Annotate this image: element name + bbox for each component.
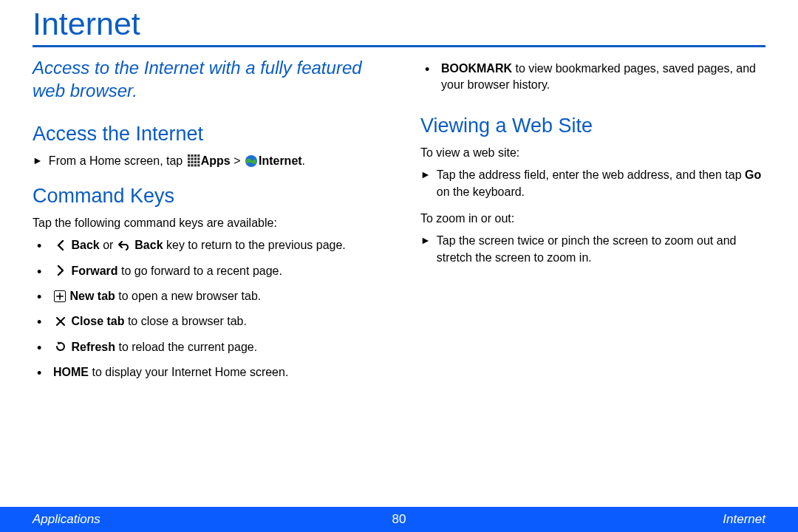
view-step-text: Tap the address field, enter the web add… xyxy=(437,167,765,200)
title-divider xyxy=(33,45,765,47)
zoom-step-text: Tap the screen twice or pinch the screen… xyxy=(437,233,765,266)
text-fragment: to display your Internet Home screen. xyxy=(89,366,288,378)
viewing-heading: Viewing a Web Site xyxy=(420,115,765,137)
intro-text: Access to the Internet with a fully feat… xyxy=(33,56,378,102)
svg-rect-5 xyxy=(191,158,193,160)
svg-rect-0 xyxy=(188,154,190,157)
text-fragment: to close a browser tab. xyxy=(124,315,246,327)
home-label: HOME xyxy=(53,366,89,378)
page-footer: Applications 80 Internet xyxy=(0,507,798,532)
back-chevron-icon xyxy=(54,239,67,252)
step-marker-icon: ► xyxy=(420,167,431,183)
internet-label: Internet xyxy=(259,154,302,167)
svg-rect-13 xyxy=(191,164,193,166)
list-item: BOOKMARK to view bookmarked pages, saved… xyxy=(420,61,765,94)
bookmark-list: BOOKMARK to view bookmarked pages, saved… xyxy=(420,61,765,94)
text-fragment: to reload the current page. xyxy=(115,341,257,353)
refresh-icon xyxy=(54,340,67,353)
text-fragment: to go forward to a recent page. xyxy=(118,265,282,277)
text-fragment: Tap the address field, enter the web add… xyxy=(437,168,745,181)
list-item: Back or Back key to return to the previo… xyxy=(33,237,378,253)
back-return-icon xyxy=(117,239,131,252)
svg-rect-7 xyxy=(197,158,200,160)
globe-icon xyxy=(245,154,258,168)
svg-rect-2 xyxy=(194,154,197,157)
bookmark-label: BOOKMARK xyxy=(441,62,512,75)
new-tab-label: New tab xyxy=(69,290,115,302)
text-fragment: or xyxy=(100,239,117,251)
svg-rect-10 xyxy=(194,161,197,163)
left-column: Access to the Internet with a fully feat… xyxy=(33,56,378,390)
right-column: BOOKMARK to view bookmarked pages, saved… xyxy=(420,56,765,390)
text-fragment: > xyxy=(231,154,244,167)
svg-rect-8 xyxy=(188,161,190,163)
svg-rect-12 xyxy=(188,164,190,166)
svg-rect-11 xyxy=(197,161,200,163)
back-label: Back xyxy=(71,239,99,251)
refresh-label: Refresh xyxy=(71,341,115,353)
command-intro: Tap the following command keys are avail… xyxy=(33,215,378,231)
new-tab-icon xyxy=(54,290,66,302)
svg-rect-1 xyxy=(191,154,193,157)
svg-rect-3 xyxy=(197,154,200,157)
svg-rect-4 xyxy=(188,158,190,160)
access-heading: Access the Internet xyxy=(33,123,378,146)
svg-rect-6 xyxy=(194,158,197,160)
apps-grid-icon xyxy=(187,154,200,168)
access-step: ► From a Home screen, tap Apps > xyxy=(33,153,378,169)
close-tab-label: Close tab xyxy=(71,315,124,327)
list-item: Forward to go forward to a recent page. xyxy=(33,263,378,279)
text-fragment: From a Home screen, tap xyxy=(49,154,186,167)
apps-label: Apps xyxy=(201,154,231,167)
text-fragment: key to return to the previous page. xyxy=(163,239,346,251)
access-step-text: From a Home screen, tap Apps > xyxy=(49,153,305,169)
list-item: New tab to open a new browser tab. xyxy=(33,288,378,304)
list-item: Refresh to reload the current page. xyxy=(33,339,378,355)
page-number: 80 xyxy=(392,512,406,527)
text-fragment: on the keyboard. xyxy=(437,185,525,198)
zoom-intro: To zoom in or out: xyxy=(420,211,765,227)
forward-chevron-icon xyxy=(54,264,67,277)
content-columns: Access to the Internet with a fully feat… xyxy=(33,56,765,390)
forward-label: Forward xyxy=(71,265,117,277)
view-step: ► Tap the address field, enter the web a… xyxy=(420,167,765,200)
go-label: Go xyxy=(745,168,761,181)
list-item: Close tab to close a browser tab. xyxy=(33,313,378,330)
svg-rect-14 xyxy=(194,164,197,166)
command-keys-heading: Command Keys xyxy=(33,185,378,208)
step-marker-icon: ► xyxy=(420,233,431,248)
view-intro: To view a web site: xyxy=(420,145,765,161)
page-title: Internet xyxy=(33,0,765,45)
zoom-step: ► Tap the screen twice or pinch the scre… xyxy=(420,233,765,266)
command-keys-list: Back or Back key to return to the previo… xyxy=(33,237,378,381)
close-tab-icon xyxy=(54,315,67,328)
list-item: HOME to display your Internet Home scree… xyxy=(33,364,378,381)
footer-right: Internet xyxy=(723,512,765,527)
text-fragment: to open a new browser tab. xyxy=(115,290,261,302)
svg-rect-15 xyxy=(197,164,200,166)
footer-left: Applications xyxy=(33,512,100,527)
back-label: Back xyxy=(134,239,163,251)
step-marker-icon: ► xyxy=(33,153,43,168)
svg-rect-9 xyxy=(191,161,193,163)
